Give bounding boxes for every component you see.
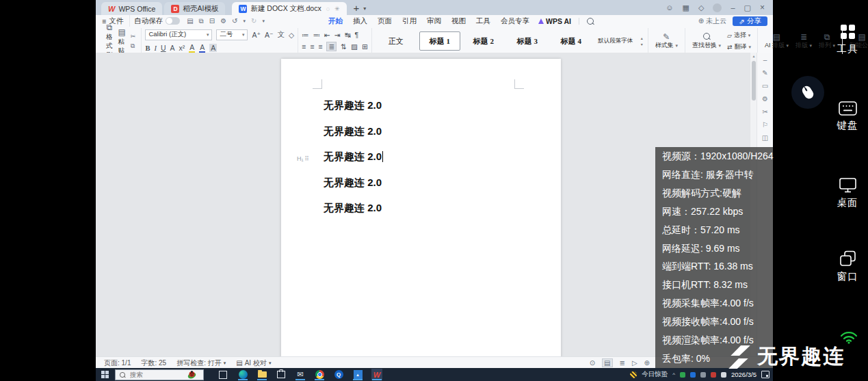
document-text[interactable]: 无界趣连 2.0 无界趣连 2.0 无界趣连 2.0 无界趣连 2.0 无界趣连… bbox=[324, 92, 383, 221]
new-tab-button[interactable]: + bbox=[354, 2, 360, 14]
sidebar-item-desktop[interactable]: 桌面 bbox=[829, 178, 866, 209]
select-button[interactable]: ▱ 选择 ▾ bbox=[727, 31, 751, 40]
styles-scroll[interactable]: ▴ ▾ bbox=[640, 36, 644, 47]
char-shading-button[interactable]: A bbox=[209, 44, 217, 52]
task-view-button[interactable] bbox=[219, 371, 227, 379]
menu-insert[interactable]: 插入 bbox=[352, 16, 369, 26]
menu-home[interactable]: 开始 bbox=[327, 16, 344, 26]
superscript-button[interactable]: x² bbox=[179, 44, 185, 52]
line-spacing-button[interactable]: ⇅ bbox=[341, 42, 347, 51]
redo-icon[interactable]: ↻ bbox=[251, 17, 257, 25]
print-icon[interactable]: ⊟ bbox=[209, 17, 215, 25]
ai-proof-button[interactable]: ▤ AI 校对 ▾ bbox=[236, 358, 271, 368]
font-size-select[interactable]: 二号 ▾ bbox=[216, 29, 248, 40]
document-page[interactable]: 无界趣连 2.0 无界趣连 2.0 无界趣连 2.0 无界趣连 2.0 无界趣连… bbox=[281, 59, 561, 356]
phonetic-button[interactable]: 文 bbox=[277, 30, 285, 40]
find-replace-button[interactable]: 查找替换 ▾ bbox=[689, 33, 724, 50]
translate-button[interactable]: ⇄ 翻译 ▾ bbox=[727, 42, 751, 51]
sidebar-item-tools[interactable]: 工具 bbox=[829, 25, 866, 55]
more-view-icon[interactable]: ⊕ bbox=[644, 359, 650, 367]
tray-date[interactable]: 2026/3/5 bbox=[731, 371, 757, 378]
feedback-smiley-icon[interactable]: ☺ bbox=[666, 3, 673, 12]
edge-app-icon[interactable] bbox=[237, 369, 248, 380]
copy-icon[interactable]: ⧉ bbox=[131, 42, 136, 50]
paste-button[interactable]: ▤ 粘贴 bbox=[116, 28, 129, 55]
paragraph-drag-handle[interactable]: H₁ ⠿ bbox=[297, 155, 309, 162]
sort-button[interactable]: ↹ bbox=[345, 31, 351, 39]
close-button[interactable]: × bbox=[760, 3, 765, 12]
page-view-icon[interactable]: ▤ bbox=[602, 358, 612, 367]
menu-reference[interactable]: 引用 bbox=[401, 16, 418, 26]
align-left-button[interactable]: ≡ bbox=[302, 42, 306, 51]
underline-button[interactable]: U bbox=[161, 44, 166, 52]
shrink-font-button[interactable]: A⁻ bbox=[265, 31, 274, 39]
menu-view[interactable]: 视图 bbox=[450, 16, 467, 26]
pen-icon[interactable]: ✎ bbox=[762, 69, 767, 77]
cloud-status[interactable]: ⊕ 未上云 bbox=[698, 16, 726, 26]
cut-icon[interactable]: ✂ bbox=[131, 33, 136, 40]
menu-tools[interactable]: 工具 bbox=[475, 16, 492, 26]
menu-review[interactable]: 审阅 bbox=[425, 16, 443, 26]
note-icon[interactable]: ◫ bbox=[762, 134, 768, 142]
undo-icon[interactable]: ↺ bbox=[232, 17, 237, 25]
tray-icon-blue[interactable] bbox=[690, 372, 696, 378]
scrollbar-thumb[interactable] bbox=[752, 61, 756, 101]
bold-button[interactable]: B bbox=[145, 44, 150, 52]
tray-icon-red[interactable] bbox=[711, 372, 716, 378]
minimize-button[interactable]: – bbox=[731, 3, 735, 12]
borders-button[interactable]: ⊞ bbox=[362, 42, 368, 51]
eye-protect-icon[interactable]: ⊙ bbox=[590, 359, 595, 367]
gear-icon[interactable]: ⚙ bbox=[220, 17, 226, 25]
sidebar-item-window[interactable]: 窗口 bbox=[829, 250, 866, 283]
save-icon[interactable]: ▤ bbox=[187, 17, 193, 25]
tray-expand-icon[interactable]: ^ bbox=[672, 371, 675, 378]
taskbar-search[interactable] bbox=[115, 369, 204, 380]
clear-format-button[interactable]: ◇ bbox=[289, 31, 294, 39]
font-name-select[interactable]: Calibri (正文) ▾ bbox=[145, 29, 212, 40]
store-app-icon[interactable] bbox=[276, 369, 287, 380]
photos-app-icon[interactable]: ▲ bbox=[352, 369, 363, 380]
solar-term-label[interactable]: 今日惊蛰 bbox=[642, 370, 668, 379]
decrease-indent-button[interactable]: ⇤ bbox=[324, 31, 330, 39]
outline-view-icon[interactable]: ≣ bbox=[620, 359, 625, 367]
layout-icon[interactable]: ▦ bbox=[683, 3, 689, 12]
layout-button[interactable]: ≣ 排版 ▾ bbox=[792, 33, 815, 50]
style-heading4[interactable]: 标题 4 bbox=[551, 31, 592, 51]
style-heading2[interactable]: 标题 2 bbox=[463, 31, 504, 51]
lasso-icon[interactable]: ▭ bbox=[762, 82, 768, 90]
grow-font-button[interactable]: A⁺ bbox=[252, 31, 261, 39]
sidebar-item-keyboard[interactable]: 键盘 bbox=[829, 101, 866, 132]
menu-wps-ai[interactable]: WPS AI bbox=[538, 17, 571, 25]
start-button[interactable] bbox=[96, 368, 114, 381]
cut-icon[interactable]: ✂ bbox=[762, 108, 767, 116]
share-button[interactable]: ⇗ 分享 bbox=[733, 16, 767, 26]
restore-button[interactable]: ▢ bbox=[744, 3, 751, 12]
undo-caret-icon[interactable]: ▾ bbox=[243, 18, 246, 24]
file-explorer-icon[interactable] bbox=[257, 369, 267, 380]
word-count[interactable]: 字数: 25 bbox=[141, 358, 166, 368]
ai-layout-button[interactable]: ▤ AI 排版 ▾ bbox=[761, 33, 792, 50]
scroll-up-icon[interactable]: ▴ bbox=[641, 36, 643, 40]
shading-button[interactable]: ▨ bbox=[351, 42, 358, 51]
style-heading1[interactable]: 标题 1 bbox=[419, 31, 460, 51]
search-icon[interactable] bbox=[587, 18, 594, 25]
tray-icon-green[interactable] bbox=[680, 372, 685, 378]
sync-status-icon[interactable]: ◌ bbox=[326, 5, 330, 12]
apps-icon[interactable]: ◇ bbox=[698, 3, 704, 12]
align-right-button[interactable]: ≡ bbox=[318, 42, 322, 51]
wps-app-icon[interactable]: W bbox=[371, 369, 382, 380]
scroll-down-icon[interactable]: ▾ bbox=[641, 42, 643, 47]
notification-icon[interactable] bbox=[761, 371, 770, 378]
output-icon[interactable]: ⧉ bbox=[199, 17, 204, 25]
show-marks-button[interactable]: ¶ bbox=[355, 31, 359, 39]
collapse-icon[interactable]: – bbox=[763, 56, 767, 64]
customize-caret-icon[interactable]: ▾ bbox=[262, 18, 265, 24]
search-app-icon[interactable]: Q bbox=[333, 369, 344, 380]
number-list-button[interactable]: ≕ bbox=[313, 31, 321, 39]
strikethrough-button[interactable]: A bbox=[170, 44, 175, 52]
tab-list-button[interactable]: ▾ bbox=[363, 5, 366, 12]
spellcheck-status[interactable]: 拼写检查: 打开 ▾ bbox=[176, 358, 226, 368]
style-heading3[interactable]: 标题 3 bbox=[507, 31, 548, 51]
italic-button[interactable]: I bbox=[154, 44, 157, 52]
highlight-color-button[interactable]: A bbox=[189, 43, 195, 53]
